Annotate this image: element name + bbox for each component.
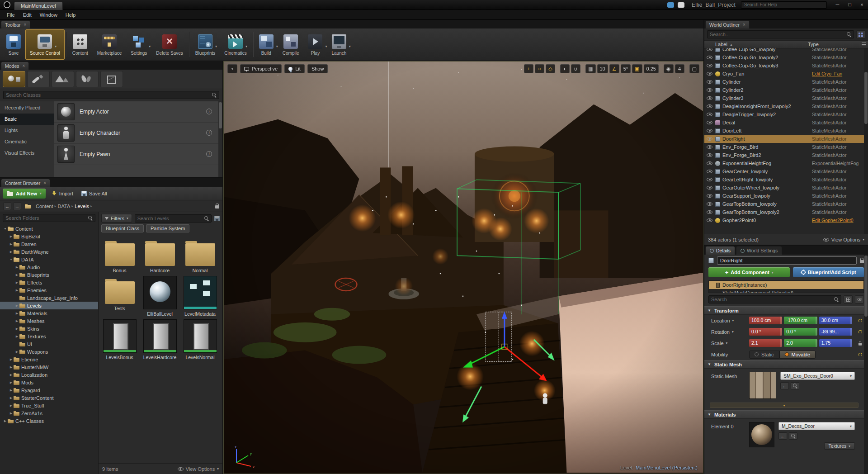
visibility-eye-icon[interactable]	[707, 96, 712, 100]
folder-bigbizkit[interactable]: ▶ BigBizkit	[0, 232, 98, 240]
rotation-z-field[interactable]: -89.99...	[819, 328, 852, 336]
actor-row-geartopbottom-lowpoly[interactable]: GearTopBottom_lowpoly StaticMeshActor	[704, 200, 868, 208]
view-options-button[interactable]: View Options	[186, 466, 215, 472]
expander-icon[interactable]: ▶	[9, 358, 14, 361]
static-mesh-combo[interactable]: SM_Exo_Decos_Door0 ▾	[780, 372, 855, 380]
modes-category-basic[interactable]: Basic	[0, 114, 54, 125]
outliner-filters-icon[interactable]	[856, 30, 865, 38]
menu-edit[interactable]: Edit	[19, 11, 36, 19]
advanced-expander[interactable]: ▼	[710, 403, 859, 408]
info-icon[interactable]	[206, 130, 212, 136]
toolbar-settings-button[interactable]: ▾ Settings	[126, 29, 151, 60]
scale-z-field[interactable]: 1.75	[819, 339, 852, 347]
folder-data[interactable]: ▼ DATA	[0, 256, 98, 263]
help-search-input[interactable]	[741, 1, 827, 9]
expander-icon[interactable]: ▼	[3, 227, 8, 230]
search-folders-input[interactable]	[5, 215, 86, 221]
static-mesh-thumbnail[interactable]	[749, 372, 776, 399]
folder-skins[interactable]: ▶ Skins	[0, 325, 98, 332]
search-classes-input[interactable]	[6, 92, 210, 98]
expander-icon[interactable]: ▶	[14, 281, 19, 284]
asset-hardcore[interactable]: Hardcore	[140, 238, 180, 273]
visibility-eye-icon[interactable]	[707, 145, 712, 149]
filters-button[interactable]: Filters ▾	[101, 214, 132, 223]
actor-row-cryo-fan[interactable]: Cryo_Fan Edit Cryo_Fan	[704, 70, 868, 78]
toolbar-launch-button[interactable]: ▾ Launch	[327, 29, 351, 60]
lock-icon[interactable]	[215, 204, 219, 209]
actor-row-gearsupport-lowpoly[interactable]: GearSupport_lowpoly StaticMeshActor	[704, 192, 868, 200]
grid-snap-button[interactable]: ▦	[585, 64, 595, 73]
expander-icon[interactable]: ▶	[14, 319, 19, 323]
expander-icon[interactable]: ▶	[14, 304, 19, 308]
expander-icon[interactable]: ▶	[14, 350, 19, 354]
placeable-empty-character[interactable]: Empty Character	[54, 123, 218, 144]
menu-file[interactable]: File	[3, 11, 19, 19]
rotation-snap-value[interactable]: 5°	[621, 64, 631, 73]
folder-effects[interactable]: ▶ Effects	[0, 279, 98, 286]
level-tab[interactable]: MainMenuLevel	[14, 1, 63, 10]
level-indicator-name[interactable]: MainMenuLevel (Persistent)	[636, 465, 698, 470]
modes-category-recently-placed[interactable]: Recently Placed	[0, 102, 54, 114]
expander-icon[interactable]: ▼	[9, 258, 14, 261]
visibility-eye-icon[interactable]	[707, 129, 712, 133]
toolbar-source-control-button[interactable]: ▾ Source Control	[25, 29, 65, 60]
actor-row-doorright[interactable]: DoorRight StaticMeshActor	[704, 135, 868, 143]
visibility-eye-icon[interactable]	[707, 64, 712, 67]
mode-tool-paint[interactable]	[27, 71, 50, 87]
actor-type[interactable]: Edit Gopher2Point0	[812, 218, 868, 223]
blueprint-add-script-button[interactable]: Blueprint/Add Script	[793, 267, 864, 277]
static-mesh-section-header[interactable]: ▼ Static Mesh	[704, 360, 864, 369]
folder-zeroax1s[interactable]: ▶ ZeroAx1s	[0, 409, 98, 417]
folder-content[interactable]: ▼ Content	[0, 225, 98, 232]
mobility-movable-option[interactable]: Movable	[779, 351, 816, 359]
folder-landscape-layer-info[interactable]: Landscape_Layer_Info	[0, 294, 98, 302]
viewport-options-button[interactable]: ▾	[227, 64, 237, 73]
outliner-view-options-button[interactable]: View Options	[831, 237, 861, 242]
visibility-eye-icon[interactable]	[707, 153, 712, 157]
camera-speed-button[interactable]: ◉	[664, 64, 674, 73]
mode-tool-foliage[interactable]	[76, 71, 99, 87]
info-icon[interactable]	[206, 109, 212, 114]
visibility-eye-icon[interactable]	[707, 210, 712, 214]
reset-rotation-icon[interactable]	[859, 330, 862, 334]
rotate-tool-button[interactable]: ○	[535, 64, 544, 73]
toolbar-save-button[interactable]: Save	[2, 29, 25, 60]
toolbar-delete-saves-button[interactable]: Delete Saves	[151, 29, 187, 60]
details-scrollbar[interactable]	[864, 255, 868, 474]
transform-section-header[interactable]: ▼ Transform	[704, 306, 864, 315]
expander-icon[interactable]: ▶	[14, 273, 19, 277]
folder-blueprints[interactable]: ▶ Blueprints	[0, 271, 98, 279]
folder-mods[interactable]: ▶ Mods	[0, 379, 98, 386]
browse-to-asset-button[interactable]	[789, 432, 797, 440]
visibility-eye-icon[interactable]	[707, 113, 712, 116]
actor-row-doorleft[interactable]: DoorLeft StaticMeshActor	[704, 127, 868, 135]
expander-icon[interactable]: ▶	[9, 396, 14, 400]
visibility-eye-icon[interactable]	[707, 178, 712, 181]
visibility-eye-icon[interactable]	[707, 56, 712, 59]
feedback-icon[interactable]	[667, 2, 674, 8]
folder-textures[interactable]: ▶ Textures	[0, 332, 98, 340]
save-search-icon[interactable]	[214, 216, 220, 221]
toolbar-content-button[interactable]: Content	[68, 29, 93, 60]
surface-snap-button[interactable]: ∪	[571, 64, 580, 73]
mode-tool-place[interactable]	[3, 71, 25, 87]
visibility-eye-icon[interactable]	[707, 72, 712, 76]
minimize-button[interactable]: ─	[831, 0, 844, 9]
visibility-eye-icon[interactable]	[707, 48, 712, 51]
visibility-eye-icon[interactable]	[707, 218, 712, 222]
scale-snap-value[interactable]: 0.25	[644, 64, 659, 73]
asset-levelsnormal[interactable]: LevelsNormal	[180, 319, 220, 360]
modes-scrollbar[interactable]	[218, 101, 222, 177]
expander-icon[interactable]: ▶	[9, 373, 14, 377]
folder-enemies[interactable]: ▶ Enemies	[0, 286, 98, 294]
asset-elliballlevel[interactable]: ElliBallLevel	[140, 276, 180, 317]
scale-x-field[interactable]: 2.1	[749, 339, 782, 347]
visibility-eye-icon[interactable]	[707, 80, 712, 84]
materials-section-header[interactable]: ▼ Materials	[704, 410, 864, 419]
actor-row-exponentialheightfog[interactable]: ExponentialHeightFog ExponentialHeightFo…	[704, 159, 868, 167]
tab-content-browser[interactable]: Content Browser ×	[1, 179, 50, 187]
save-all-button[interactable]: Save All	[80, 189, 109, 199]
filter-chip-blueprint-class[interactable]: Blueprint Class	[101, 224, 144, 232]
component-instance-row[interactable]: DoorRight(Instance)	[709, 281, 863, 289]
folder-ryagard[interactable]: ▶ Ryagard	[0, 386, 98, 394]
